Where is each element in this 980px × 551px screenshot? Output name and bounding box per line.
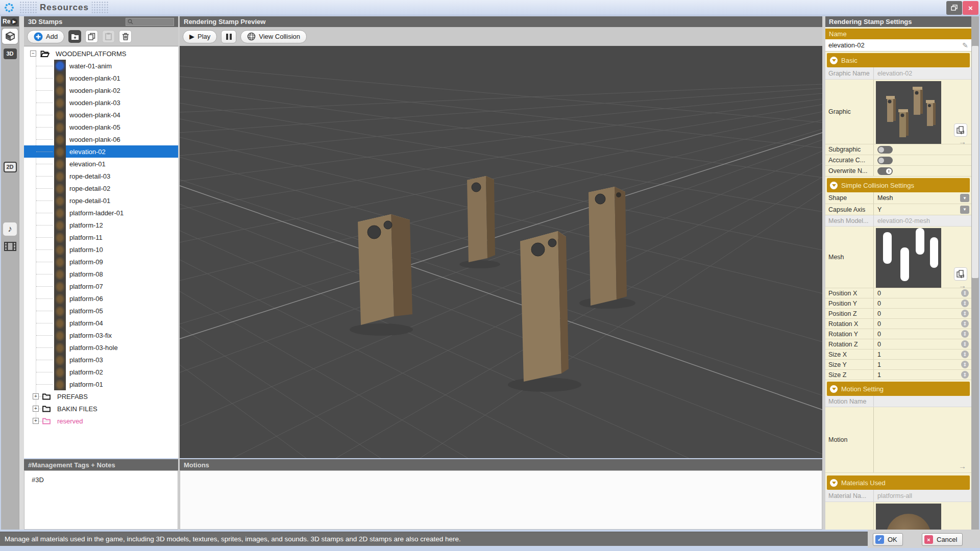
tree-item[interactable]: platform-04 [24,317,178,329]
expand-icon[interactable]: + [33,418,39,424]
section-motion[interactable]: Motion Setting [827,382,970,396]
folder-plus-icon [71,33,79,40]
delete-button[interactable] [119,30,132,43]
spinner-icon[interactable]: ⇕ [961,330,969,338]
folder-label: reserved [57,417,83,425]
swap-graphic-button[interactable] [954,123,967,137]
graphic-thumbnail[interactable] [876,81,941,144]
tree-item[interactable]: platform-03-fix [24,329,178,341]
tree-item[interactable]: platform-05 [24,305,178,317]
sidebar-item-3d-models[interactable]: 3D [2,46,18,61]
tree-item[interactable]: rope-detail-03 [24,170,178,182]
folder-icon [42,393,51,400]
graphic-row: Graphic [825,80,971,144]
motions-list[interactable] [180,470,822,530]
sidebar-item-3d-stamps[interactable] [2,29,18,44]
mesh-thumbnail[interactable] [876,228,941,288]
cancel-button[interactable]: × Cancel [922,533,963,546]
tree-item[interactable]: platform-09 [24,256,178,268]
material-thumbnail[interactable] [876,504,941,530]
capsule-axis-dropdown[interactable]: ▼ [960,206,969,214]
stamp-name-field[interactable]: elevation-02 ✎ [825,39,971,52]
tree-item[interactable]: rope-detail-01 [24,194,178,207]
search-input[interactable] [133,19,169,25]
spinner-icon[interactable]: ⇕ [961,340,969,348]
sidebar-splitter[interactable] [19,16,24,530]
preview-viewport-3d[interactable] [180,46,822,458]
tree-item[interactable]: platform-06 [24,292,178,305]
tree-item[interactable]: platform-10 [24,243,178,256]
tree-item[interactable]: platform-12 [24,219,178,231]
capsule-axis-row: Capsule Axis Y ▼ [825,204,971,215]
resources-panel-tab[interactable]: Re ▶ [1,16,19,27]
tree-folder[interactable]: + reserved [24,415,178,427]
overwrite-toggle[interactable] [877,167,893,175]
section-basic[interactable]: Basic [827,53,970,67]
settings-scrollbar[interactable] [971,16,979,530]
cube-icon [5,31,15,41]
spinner-icon[interactable]: ⇕ [961,350,969,358]
subgraphic-toggle[interactable] [877,146,893,154]
expand-icon[interactable]: + [33,406,39,412]
tree-item[interactable]: wooden-plank-01 [24,72,178,84]
edit-pencil-icon[interactable]: ✎ [962,41,968,49]
spinner-icon[interactable]: ⇕ [961,320,969,328]
management-tags-notes[interactable]: #3D [24,470,178,530]
tree-folder[interactable]: + BAKIN FILES [24,403,178,415]
play-button[interactable]: ▶ Play [183,30,217,43]
tree-item[interactable]: water-01-anim [24,60,178,72]
close-window-button[interactable]: × [963,1,978,15]
duplicate-button[interactable] [85,30,98,43]
tree-item[interactable]: platform-ladder-01 [24,207,178,219]
shape-dropdown[interactable]: ▼ [960,194,969,202]
section-materials[interactable]: Materials Used [827,475,970,490]
tree-folder-woodenplatforms[interactable]: − WOODENPLATFORMS [24,47,178,60]
tree-item[interactable]: wooden-plank-02 [24,84,178,96]
spinner-icon[interactable]: ⇕ [961,361,969,368]
open-motion-icon[interactable]: → [959,462,966,470]
add-stamp-button[interactable]: Add [27,30,64,43]
swap-mesh-button[interactable] [954,267,967,281]
view-collision-button[interactable]: View Collision [240,30,307,43]
tree-item[interactable]: elevation-01 [24,158,178,170]
scrollbar-thumb[interactable] [972,46,978,278]
trash-icon [122,33,129,40]
tree-item[interactable]: elevation-02 [24,145,178,158]
tree-folder[interactable]: + PREFABS [24,390,178,403]
expand-sidebar-icon[interactable]: ▶ [11,18,17,25]
tree-item[interactable]: wooden-plank-03 [24,96,178,109]
tree-item[interactable]: platform-01 [24,378,178,390]
collapse-icon[interactable]: − [30,51,36,57]
pause-button[interactable] [221,30,236,43]
tree-item[interactable]: platform-08 [24,268,178,280]
tree-item[interactable]: platform-03-hole [24,341,178,354]
tree-item[interactable]: wooden-plank-06 [24,133,178,145]
stamps-panel-header: 3D Stamps [24,16,178,27]
sidebar-item-movies[interactable] [2,239,18,254]
item-label: platform-02 [69,368,103,376]
tree-item[interactable]: platform-02 [24,366,178,378]
accurate-collision-toggle[interactable] [877,157,893,164]
item-label: platform-09 [69,258,103,266]
tree-item[interactable]: wooden-plank-04 [24,109,178,121]
tree-item[interactable]: platform-07 [24,280,178,292]
tree-item[interactable]: rope-detail-02 [24,182,178,194]
spinner-icon[interactable]: ⇕ [961,371,969,379]
item-thumbnail [54,84,66,96]
resources-window: Resources × Re ▶ 3D 2D [0,0,980,551]
expand-icon[interactable]: + [33,393,39,399]
tree-item[interactable]: wooden-plank-05 [24,121,178,133]
new-folder-button[interactable] [68,30,81,43]
restore-window-button[interactable] [946,1,962,15]
sidebar-item-2d-stamps[interactable]: 2D [2,159,18,174]
spinner-icon[interactable]: ⇕ [961,289,969,297]
spinner-icon[interactable]: ⇕ [961,310,969,317]
window-title: Resources [37,2,92,14]
section-simple-collision[interactable]: Simple Collision Settings [827,178,970,192]
sidebar-item-sounds[interactable]: ♪ [2,221,18,237]
tree-item[interactable]: platform-03 [24,354,178,366]
stamps-search-box[interactable] [126,18,174,26]
tree-item[interactable]: platform-11 [24,231,178,243]
spinner-icon[interactable]: ⇕ [961,299,969,307]
ok-button[interactable]: ✓ OK [873,533,903,546]
